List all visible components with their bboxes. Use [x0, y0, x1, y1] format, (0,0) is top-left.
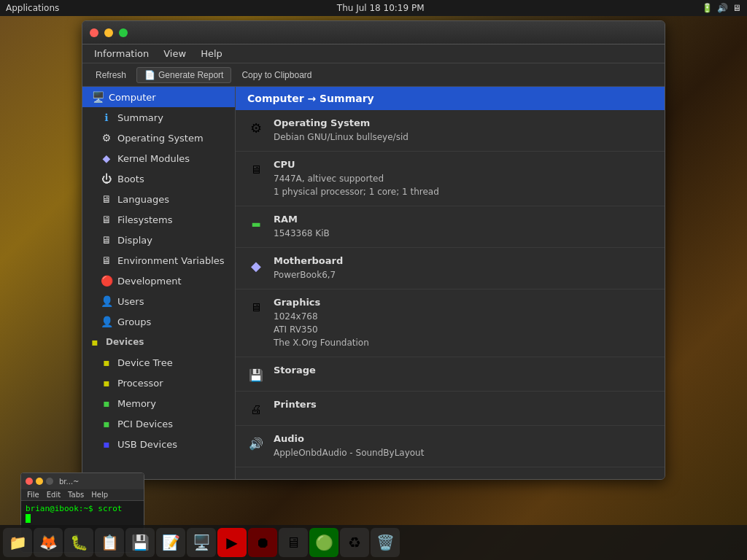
boots-icon: ⏻: [100, 172, 113, 185]
sidebar-item-pci[interactable]: ▪ PCI Devices: [82, 413, 235, 434]
info-section-storage: 💾 Storage: [236, 357, 665, 392]
sidebar-languages-label: Languages: [117, 194, 169, 205]
term-menu-help[interactable]: Help: [88, 490, 111, 499]
refresh-button[interactable]: Refresh: [88, 68, 133, 82]
generate-report-button[interactable]: 📄 Generate Report: [136, 67, 231, 83]
cpu-section-icon: 🖥: [247, 160, 265, 178]
term-min-button[interactable]: [36, 478, 43, 485]
terminal-cursor-line: [26, 513, 139, 523]
menu-help[interactable]: Help: [195, 47, 228, 61]
dock-icon-files[interactable]: 📁: [3, 528, 32, 557]
term-max-button[interactable]: [46, 478, 53, 485]
sidebar-item-device-tree[interactable]: ▪ Device Tree: [82, 352, 235, 373]
languages-icon: 🖥: [100, 192, 113, 206]
dock-icon-notes[interactable]: 📝: [156, 528, 185, 557]
main-panel: Computer → Summary ⚙ Operating System De…: [236, 87, 665, 479]
sidebar-section-devices[interactable]: ▪ Devices: [82, 332, 235, 352]
taskbar-top: Applications Thu Jul 18 10:19 PM 🔋 🔊 🖥: [0, 0, 747, 16]
motherboard-section-icon: ◆: [247, 257, 265, 274]
terminal-prompt-line: brian@ibook:~$ scrot: [26, 504, 139, 513]
motherboard-title: Motherboard: [274, 255, 653, 266]
dock-icon-green[interactable]: 🟢: [309, 528, 338, 557]
dock-icon-clipboard[interactable]: 📋: [95, 528, 124, 557]
printers-section-icon: 🖨: [247, 400, 265, 418]
copy-to-clipboard-button[interactable]: Copy to Clipboard: [234, 68, 319, 82]
sidebar-item-summary[interactable]: ℹ Summary: [82, 107, 235, 128]
sidebar-pci-label: PCI Devices: [117, 419, 173, 429]
sidebar-item-env[interactable]: 🖥 Environment Variables: [82, 250, 235, 271]
memory-icon: ▪: [100, 397, 113, 410]
term-close-button[interactable]: [26, 478, 33, 485]
device-tree-icon: ▪: [100, 356, 113, 369]
terminal-titlebar: br...~: [21, 473, 144, 489]
dock-icon-play[interactable]: ▶: [217, 528, 247, 557]
dock-icon-trash[interactable]: 🗑️: [371, 528, 400, 557]
kernel-icon: ◆: [100, 152, 113, 165]
audio-value: AppleOnbdAudio - SoundByLayout: [274, 446, 653, 459]
sidebar-summary-label: Summary: [117, 112, 163, 123]
sidebar-boots-label: Boots: [117, 174, 144, 184]
dock-icon-browser[interactable]: 🦊: [34, 528, 63, 557]
sidebar-processor-label: Processor: [117, 378, 163, 389]
terminal-body: brian@ibook:~$ scrot: [21, 501, 144, 526]
graphics-section-icon: 🖥: [247, 298, 265, 316]
terminal-menu: File Edit Tabs Help: [21, 489, 144, 501]
audio-title: Audio: [274, 433, 653, 444]
sidebar-item-filesystems[interactable]: 🖥 Filesystems: [82, 209, 235, 230]
app-window: Information View Help Refresh 📄 Generate…: [82, 20, 665, 480]
sidebar-display-label: Display: [117, 235, 152, 246]
dock-icon-bug[interactable]: 🐛: [64, 528, 93, 557]
taskbar-apps-menu[interactable]: Applications: [6, 3, 59, 13]
sidebar-memory-label: Memory: [117, 398, 156, 409]
info-section-motherboard: ◆ Motherboard PowerBook6,7: [236, 248, 665, 289]
sidebar-kernel-label: Kernel Modules: [117, 153, 190, 164]
info-section-audio: 🔊 Audio AppleOnbdAudio - SoundByLayout: [236, 426, 665, 467]
sidebar-item-groups[interactable]: 👤 Groups: [82, 311, 235, 332]
term-menu-tabs[interactable]: Tabs: [65, 490, 87, 499]
info-section-os: ⚙ Operating System Debian GNU/Linux bull…: [236, 110, 665, 152]
cpu-value: 7447A, altivec supported 1 physical proc…: [274, 172, 653, 198]
sidebar-item-computer[interactable]: 🖥️ Computer: [82, 87, 235, 107]
sidebar-item-display[interactable]: 🖥 Display: [82, 230, 235, 250]
ram-section-icon: ▬: [247, 215, 265, 233]
sidebar-devices-label: Devices: [106, 337, 144, 347]
term-menu-edit[interactable]: Edit: [44, 490, 63, 499]
terminal-cursor: [26, 514, 31, 523]
sidebar-item-users[interactable]: 👤 Users: [82, 291, 235, 311]
dock-icon-save[interactable]: 💾: [125, 528, 155, 557]
sidebar-item-kernel[interactable]: ◆ Kernel Modules: [82, 148, 235, 168]
applications-label[interactable]: Applications: [6, 3, 59, 13]
menu-view[interactable]: View: [158, 47, 192, 61]
report-icon: 📄: [144, 70, 155, 80]
sidebar-groups-label: Groups: [117, 316, 151, 327]
sidebar-item-development[interactable]: 🔴 Development: [82, 271, 235, 291]
sidebar-item-boots[interactable]: ⏻ Boots: [82, 168, 235, 189]
toolbar: Refresh 📄 Generate Report Copy to Clipbo…: [82, 63, 665, 87]
taskbar-clock: Thu Jul 18 10:19 PM: [59, 3, 702, 13]
sidebar-usb-label: USB Devices: [117, 439, 177, 450]
sidebar-device-tree-label: Device Tree: [117, 357, 173, 368]
close-button[interactable]: [90, 28, 98, 37]
dock-icon-display[interactable]: 🖥️: [187, 528, 216, 557]
sidebar: 🖥️ Computer ℹ Summary ⚙ Operating System…: [82, 87, 236, 479]
ram-value: 1543368 KiB: [274, 227, 653, 240]
groups-icon: 👤: [100, 315, 113, 328]
info-section-printers: 🖨 Printers: [236, 392, 665, 426]
sidebar-item-os[interactable]: ⚙ Operating System: [82, 128, 235, 148]
sidebar-item-languages[interactable]: 🖥 Languages: [82, 189, 235, 209]
maximize-button[interactable]: [119, 28, 128, 37]
info-section-cpu: 🖥 CPU 7447A, altivec supported 1 physica…: [236, 152, 665, 206]
pci-icon: ▪: [100, 417, 113, 430]
dock-icon-terminal[interactable]: 🖥: [279, 528, 308, 557]
term-menu-file[interactable]: File: [24, 490, 42, 499]
dock-icon-record[interactable]: ⏺: [248, 528, 277, 557]
filesystems-icon: 🖥: [100, 213, 113, 226]
minimize-button[interactable]: [104, 28, 113, 37]
status-bar: Done: [82, 479, 665, 480]
sidebar-item-processor[interactable]: ▪ Processor: [82, 373, 235, 393]
summary-icon: ℹ: [100, 111, 113, 124]
dock-icon-recycle[interactable]: ♻️: [340, 528, 369, 557]
sidebar-item-memory[interactable]: ▪ Memory: [82, 393, 235, 413]
menu-information[interactable]: Information: [88, 47, 155, 61]
sidebar-item-usb[interactable]: ▪ USB Devices: [82, 434, 235, 454]
